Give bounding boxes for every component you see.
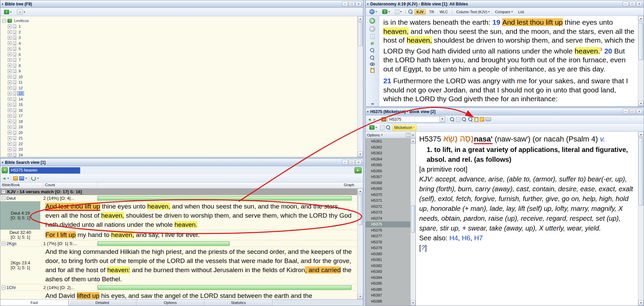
minimize-button[interactable]: − bbox=[623, 1, 629, 6]
search-titlebar[interactable]: ▾ Bible Search view [1] − □ × bbox=[0, 159, 363, 166]
expand-icon[interactable]: + bbox=[8, 153, 12, 157]
tree-node-chapter[interactable]: +1 bbox=[2, 24, 363, 29]
tree-node-chapter[interactable]: +21 bbox=[2, 135, 363, 141]
collapse-icon[interactable]: − bbox=[2, 190, 5, 194]
collapse-icon[interactable]: − bbox=[2, 19, 6, 23]
run-search-button[interactable]: ► bbox=[355, 167, 362, 173]
bible-tab-wlc[interactable]: WLC bbox=[437, 9, 450, 15]
highlight-matches-icon[interactable] bbox=[13, 176, 18, 180]
part-of-speech-link[interactable]: v. bbox=[600, 135, 605, 143]
book-content-scrollbar[interactable]: ▲ ▼ bbox=[638, 132, 644, 306]
see-also-link[interactable]: H7 bbox=[474, 234, 483, 242]
scrollbar-thumb[interactable] bbox=[358, 22, 363, 46]
scrollbar-thumb[interactable] bbox=[639, 138, 643, 205]
expand-icon[interactable]: + bbox=[8, 148, 12, 151]
page-icon[interactable] bbox=[456, 117, 460, 122]
close-button[interactable]: × bbox=[356, 1, 362, 6]
tree-node-chapter[interactable]: +15 bbox=[2, 102, 363, 108]
close-sidebar-icon[interactable]: × bbox=[412, 133, 414, 137]
page-icon[interactable] bbox=[380, 125, 384, 130]
tree-node-chapter[interactable]: +22 bbox=[2, 141, 363, 147]
dictionary-list-item[interactable]: H5364 bbox=[366, 156, 410, 162]
verse-reference[interactable]: 2Kgs 23:4[O: 1| S: 1] bbox=[0, 247, 40, 284]
sync-icon[interactable]: ⇄ bbox=[370, 41, 374, 45]
scroll-up-icon[interactable]: ▲ bbox=[638, 132, 644, 137]
tree-node-chapter[interactable]: +4 bbox=[2, 41, 363, 46]
expand-icon[interactable]: + bbox=[8, 36, 12, 40]
search-tab-detailed[interactable]: Detailed bbox=[68, 300, 136, 306]
dictionary-tab-mickelson[interactable]: Mickelson* bbox=[392, 125, 416, 131]
zoom-in-icon[interactable] bbox=[370, 48, 375, 53]
expand-icon[interactable]: + bbox=[8, 125, 12, 129]
dictionary-list-item[interactable]: H5386 bbox=[366, 287, 410, 293]
clipboard-icon[interactable] bbox=[474, 117, 478, 122]
highlighter-icon[interactable] bbox=[480, 117, 484, 122]
dictionary-list-item[interactable]: H5374 bbox=[366, 216, 410, 222]
verse-reference[interactable] bbox=[0, 291, 40, 299]
search-history-dropdown[interactable]: ▼ bbox=[2, 167, 8, 173]
tree-node-chapter[interactable]: +23 bbox=[2, 147, 363, 152]
search-scrollbar[interactable]: ▲ ▼ bbox=[357, 189, 363, 299]
minimize-button[interactable]: − bbox=[623, 109, 629, 114]
panel-menu-icon[interactable]: ▾ bbox=[2, 2, 3, 6]
column-header-book[interactable]: Bible/Book bbox=[0, 182, 43, 188]
collapse-icon[interactable]: − bbox=[2, 242, 5, 245]
find-icon[interactable] bbox=[450, 117, 455, 122]
maximize-button[interactable]: □ bbox=[349, 1, 355, 6]
dictionary-list-item[interactable]: H5376 bbox=[366, 227, 410, 234]
scroll-up-icon[interactable]: ▲ bbox=[358, 16, 363, 22]
nav-forward-icon[interactable]: ► bbox=[369, 26, 375, 32]
search-icon[interactable] bbox=[408, 9, 413, 14]
tree-options-button[interactable]: ≡▾ bbox=[15, 8, 27, 15]
scroll-up-icon[interactable]: ▲ bbox=[638, 16, 644, 21]
tree-node-chapter[interactable]: +17 bbox=[2, 113, 363, 119]
nav-back-icon[interactable]: ◄ bbox=[369, 18, 375, 24]
minimize-button[interactable]: − bbox=[342, 160, 348, 165]
search-group-row[interactable]: −1Chr2 (14%) [O: 2|... bbox=[0, 284, 357, 291]
collapse-icon[interactable]: − bbox=[2, 286, 5, 289]
dictionary-list-item[interactable]: H5373 bbox=[366, 210, 410, 216]
expand-icon[interactable]: + bbox=[8, 52, 12, 56]
print-icon[interactable] bbox=[486, 117, 491, 121]
dictionary-list-item[interactable]: H5381 bbox=[366, 257, 410, 263]
close-button[interactable]: × bbox=[356, 160, 362, 165]
bible-tab-tr[interactable]: TR bbox=[427, 9, 436, 15]
scroll-up-icon[interactable]: ▲ bbox=[358, 189, 363, 194]
search-icon[interactable] bbox=[386, 125, 391, 130]
part-of-speech-link[interactable]: ? bbox=[421, 244, 425, 252]
search-result-row[interactable]: 2Kgs 23:4[O: 1| S: 1]And the king comman… bbox=[0, 247, 357, 284]
table-view-icon[interactable] bbox=[406, 133, 411, 137]
dictionary-list-item[interactable]: H5380 bbox=[366, 251, 410, 257]
expand-icon[interactable]: + bbox=[8, 64, 12, 67]
expand-icon[interactable]: + bbox=[8, 47, 12, 51]
bible-tab-kjv[interactable]: KJV bbox=[414, 9, 426, 15]
tree-node-chapter[interactable]: +6 bbox=[2, 52, 363, 58]
list-button[interactable]: List bbox=[516, 9, 526, 15]
dictionary-list-item[interactable]: H5375 bbox=[366, 221, 410, 227]
maximize-button[interactable]: □ bbox=[629, 109, 636, 114]
panel-menu-icon[interactable]: ▾ bbox=[2, 161, 3, 164]
tree-node-chapter[interactable]: +9 bbox=[2, 68, 363, 74]
dictionary-list-item[interactable]: H5384 bbox=[366, 275, 410, 281]
dictionary-list-item[interactable]: H5363 bbox=[366, 150, 410, 156]
zoom-out-icon[interactable] bbox=[370, 55, 375, 60]
verse-reference[interactable]: Deut 32:40[O: 1| S: 1] bbox=[0, 230, 40, 240]
tree-scrollbar[interactable]: ▲ ▼ bbox=[357, 16, 363, 157]
maximize-button[interactable]: □ bbox=[629, 1, 636, 6]
search-result-row[interactable]: Deut 32:40[O: 1| S: 1]For I lift up my h… bbox=[0, 230, 357, 240]
scroll-down-icon[interactable]: ▼ bbox=[411, 300, 415, 306]
dictionary-list-item[interactable]: H5378 bbox=[366, 239, 410, 245]
tree-node-chapter[interactable]: +13 bbox=[2, 91, 363, 96]
zoom-in-icon[interactable] bbox=[461, 117, 467, 122]
tree-node-chapter[interactable]: +20 bbox=[2, 130, 363, 136]
expand-icon[interactable]: + bbox=[8, 97, 12, 101]
dictionary-list-item[interactable]: H5377 bbox=[366, 233, 410, 239]
column-text-dropdown[interactable]: Column Text (KJV)▾ bbox=[454, 9, 492, 15]
copy-verses-button[interactable]: ▾ bbox=[393, 9, 404, 15]
tree-node-chapter[interactable]: +12 bbox=[2, 85, 363, 91]
bible-view-titlebar[interactable]: ▾ Deuteronomy 4:19 (KJV) - Bible view [1… bbox=[366, 0, 644, 8]
dictionary-list-item[interactable]: H5362 bbox=[366, 145, 410, 151]
tree-node-chapter[interactable]: +7 bbox=[2, 57, 363, 63]
dictionary-list-item[interactable]: H5366 bbox=[366, 168, 410, 174]
bible-tree-titlebar[interactable]: ▾ Bible tree (F8) − □ × bbox=[0, 0, 363, 8]
